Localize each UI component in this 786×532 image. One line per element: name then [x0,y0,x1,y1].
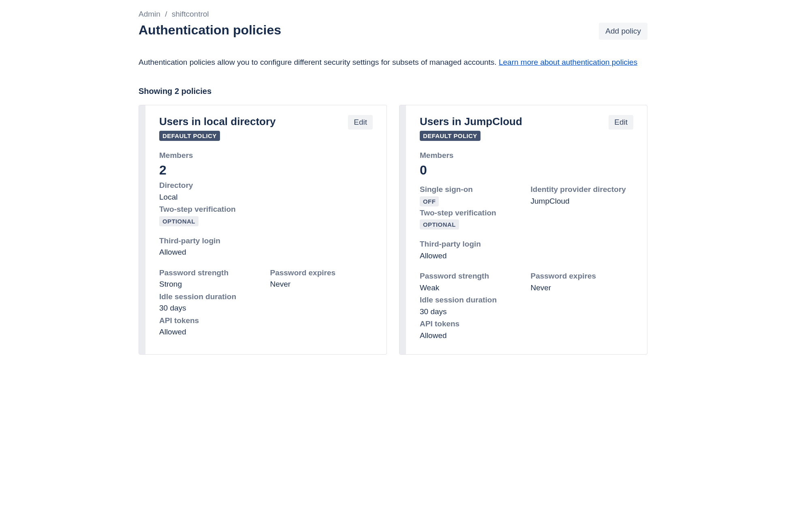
learn-more-link[interactable]: Learn more about authentication policies [499,58,637,66]
card-stripe [139,105,145,354]
api-tokens-value: Allowed [420,330,523,342]
third-party-label: Third-party login [159,235,373,247]
intro-text: Authentication policies allow you to con… [139,56,647,68]
directory-value: Local [159,192,373,203]
two-step-badge: OPTIONAL [159,216,199,226]
breadcrumb-admin[interactable]: Admin [139,10,160,18]
api-tokens-value: Allowed [159,326,262,338]
pw-strength-value: Weak [420,282,523,294]
edit-button[interactable]: Edit [348,115,373,130]
card-stripe [399,105,406,354]
members-label: Members [420,150,633,162]
idle-session-label: Idle session duration [420,294,523,306]
pw-expires-label: Password expires [270,267,373,279]
default-policy-badge: DEFAULT POLICY [159,131,220,141]
two-step-label: Two-step verification [420,207,523,219]
policy-title: Users in local directory [159,115,276,128]
two-step-badge: OPTIONAL [420,219,459,230]
breadcrumb-org[interactable]: shiftcontrol [172,10,209,18]
default-policy-badge: DEFAULT POLICY [420,131,481,141]
third-party-value: Allowed [159,247,373,258]
api-tokens-label: API tokens [159,315,262,327]
policy-title: Users in JumpCloud [420,115,522,128]
policy-card-jumpcloud: Users in JumpCloud DEFAULT POLICY Edit M… [399,105,647,355]
members-value: 0 [420,162,633,179]
members-value: 2 [159,162,373,179]
intro-prefix: Authentication policies allow you to con… [139,58,499,66]
pw-strength-label: Password strength [420,270,523,282]
page-title: Authentication policies [139,23,281,38]
pw-expires-value: Never [270,279,373,290]
pw-strength-value: Strong [159,279,262,290]
idp-directory-label: Identity provider directory [531,184,634,196]
breadcrumb-separator: / [165,10,167,18]
sso-label: Single sign-on [420,184,523,196]
third-party-value: Allowed [420,250,633,262]
breadcrumb: Admin / shiftcontrol [139,10,647,19]
pw-expires-label: Password expires [531,270,634,282]
idle-session-value: 30 days [159,302,262,314]
members-label: Members [159,150,373,162]
idp-directory-value: JumpCloud [531,196,634,207]
third-party-label: Third-party login [420,238,633,250]
policy-card-local: Users in local directory DEFAULT POLICY … [139,105,387,355]
add-policy-button[interactable]: Add policy [599,23,647,40]
api-tokens-label: API tokens [420,318,523,330]
edit-button[interactable]: Edit [609,115,633,130]
pw-strength-label: Password strength [159,267,262,279]
pw-expires-value: Never [531,282,634,294]
sso-badge: OFF [420,196,439,206]
two-step-label: Two-step verification [159,204,373,215]
directory-label: Directory [159,180,373,192]
idle-session-value: 30 days [420,306,523,318]
policy-count: Showing 2 policies [139,87,647,96]
idle-session-label: Idle session duration [159,291,262,303]
